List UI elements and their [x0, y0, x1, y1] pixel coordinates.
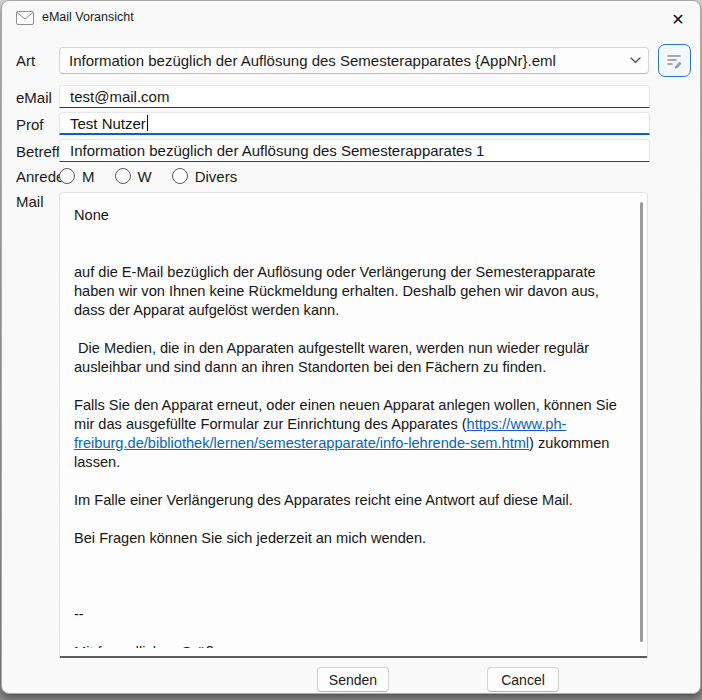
envelope-icon [16, 11, 34, 25]
prof-input[interactable]: Test Nutzer [59, 112, 650, 135]
cancel-button[interactable]: Cancel [487, 667, 559, 692]
betreff-value: Information bezüglich der Auflösung des … [60, 142, 484, 159]
radio-unchecked-icon [59, 168, 75, 184]
anrede-label: Anrede [16, 168, 64, 185]
anrede-radio-divers-label: Divers [195, 168, 238, 185]
anrede-radio-w-label: W [138, 168, 152, 185]
radio-unchecked-icon [115, 168, 131, 184]
anrede-radio-m-label: M [82, 168, 95, 185]
edit-note-icon [666, 52, 683, 69]
anrede-radio-w[interactable]: W [115, 168, 152, 185]
edit-template-button[interactable] [658, 44, 691, 77]
mail-label: Mail [16, 193, 44, 210]
anrede-radio-divers[interactable]: Divers [172, 168, 238, 185]
email-preview-dialog: eMail Voransicht ✕ Art Information bezüg… [1, 0, 701, 694]
art-label: Art [16, 52, 35, 69]
betreff-input[interactable]: Information bezüglich der Auflösung des … [59, 139, 650, 162]
anrede-radio-m[interactable]: M [59, 168, 95, 185]
art-template-select[interactable]: Information bezüglich der Auflösung des … [59, 47, 649, 74]
close-button[interactable]: ✕ [664, 6, 692, 32]
email-input[interactable]: test@mail.com [59, 85, 650, 108]
betreff-label: Betreff [16, 143, 60, 160]
prof-label: Prof [16, 116, 44, 133]
email-label: eMail [16, 89, 52, 106]
titlebar: eMail Voransicht ✕ [2, 1, 700, 37]
text-caret [147, 115, 148, 131]
chevron-down-icon [622, 57, 648, 64]
mail-scrollbar[interactable] [640, 202, 643, 642]
prof-value: Test Nutzer [60, 115, 146, 132]
mail-body-after: ) zukommen lassen. Im Falle einer Verlän… [74, 435, 613, 648]
radio-unchecked-icon [172, 168, 188, 184]
anrede-radio-group: M W Divers [59, 166, 249, 186]
mail-body-textarea[interactable]: None auf die E-Mail bezüglich der Auflös… [59, 192, 648, 658]
art-selected-value: Information bezüglich der Auflösung des … [60, 52, 622, 69]
mail-body-before: None auf die E-Mail bezüglich der Auflös… [74, 207, 621, 432]
email-value: test@mail.com [60, 88, 169, 105]
mail-body-text: None auf die E-Mail bezüglich der Auflös… [74, 206, 625, 648]
send-button[interactable]: Senden [317, 667, 389, 692]
window-title: eMail Voransicht [42, 10, 134, 24]
